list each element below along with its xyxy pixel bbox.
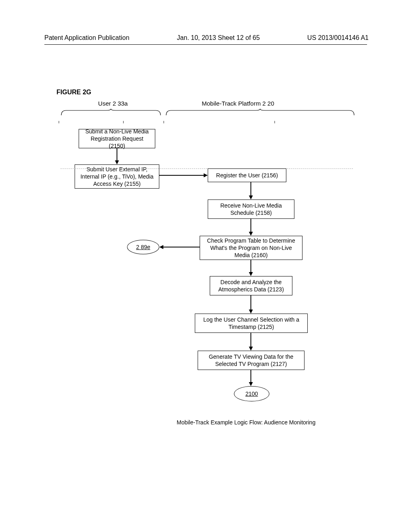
header-left: Patent Application Publication bbox=[44, 34, 129, 42]
connector-2100: 2100 bbox=[234, 386, 269, 401]
arrow-2156-2158 bbox=[250, 182, 251, 195]
arrow-2160-289e bbox=[163, 247, 200, 247]
arrowhead-down-icon bbox=[249, 347, 253, 351]
page-header: Patent Application Publication Jan. 10, … bbox=[0, 34, 413, 42]
arrow-2123-2125 bbox=[250, 295, 251, 310]
box-receive-schedule: Receive Non-Live Media Schedule (2158) bbox=[208, 200, 294, 219]
arrow-2155-2156 bbox=[159, 175, 204, 176]
box-log-channel-selection: Log the User Channel Selection with a Ti… bbox=[195, 314, 308, 333]
box-register-user: Register the User (2156) bbox=[208, 168, 286, 182]
column-label-user: User 2 33a bbox=[73, 100, 153, 107]
header-rule bbox=[44, 44, 367, 45]
box-submit-nonlive-request: Submit a Non-Live Media Registration Req… bbox=[79, 129, 155, 148]
figure-caption: Mobile-Track Example Logic Flow: Audienc… bbox=[177, 419, 315, 426]
arrowhead-down-icon bbox=[115, 160, 119, 164]
tick bbox=[123, 121, 124, 123]
arrowhead-down-icon bbox=[249, 382, 253, 386]
box-decode-atmospherics: Decode and Analyze the Atmospherics Data… bbox=[210, 276, 292, 295]
tick bbox=[163, 121, 164, 123]
arrow-2150-2155 bbox=[117, 148, 117, 160]
brace-platform bbox=[165, 109, 355, 116]
header-center: Jan. 10, 2013 Sheet 12 of 65 bbox=[177, 34, 260, 42]
arrow-2160-2123 bbox=[250, 260, 251, 272]
header-right: US 2013/0014146 A1 bbox=[307, 34, 369, 42]
guide-dashed-line bbox=[60, 168, 353, 169]
arrowhead-down-icon bbox=[249, 232, 253, 236]
arrowhead-left-icon bbox=[159, 245, 163, 249]
arrow-2125-2127 bbox=[250, 333, 251, 347]
box-check-program-table: Check Program Table to Determine What's … bbox=[200, 236, 302, 260]
arrowhead-down-icon bbox=[249, 272, 253, 276]
figure-label: FIGURE 2G bbox=[56, 89, 91, 96]
connector-289e: 2 89e bbox=[127, 240, 159, 254]
arrow-2158-2160 bbox=[250, 219, 251, 232]
arrowhead-down-icon bbox=[249, 310, 253, 314]
brace-user bbox=[60, 109, 161, 116]
arrowhead-down-icon bbox=[249, 195, 253, 200]
box-submit-user-ip: Submit User External IP, Internal IP (e.… bbox=[75, 164, 159, 189]
arrowhead-right-icon bbox=[204, 173, 208, 177]
column-label-platform: Mobile-Track Platform 2 20 bbox=[186, 100, 290, 107]
arrow-2127-2100 bbox=[250, 370, 251, 382]
box-generate-tv-data: Generate TV Viewing Data for the Selecte… bbox=[198, 351, 305, 370]
tick bbox=[274, 121, 275, 123]
tick bbox=[58, 121, 59, 123]
